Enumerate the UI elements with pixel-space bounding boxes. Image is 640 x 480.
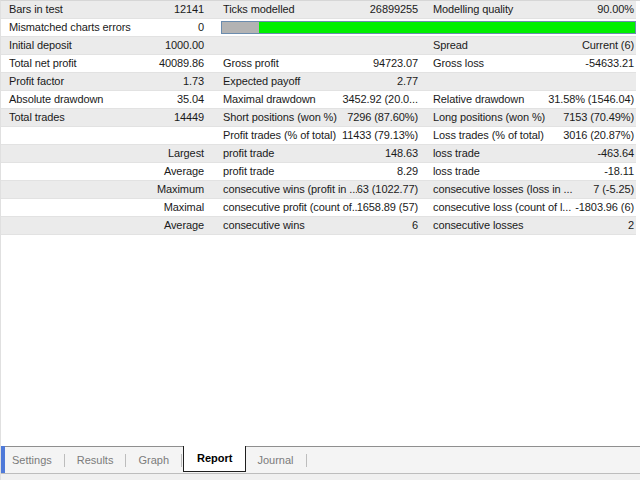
stat-label: Long positions (won %) bbox=[420, 109, 563, 126]
stat-cell-group: consecutive losses (loss in ...7 (-5.25) bbox=[420, 181, 636, 198]
stat-value: 40089.86 bbox=[159, 55, 208, 72]
stat-label: Gross loss bbox=[420, 55, 585, 72]
stat-value: 14449 bbox=[174, 109, 208, 126]
stat-value bbox=[634, 73, 636, 90]
stat-cell-group: Profit factor1.73 bbox=[1, 73, 208, 90]
status-strip bbox=[1, 473, 640, 480]
stat-label bbox=[1, 217, 164, 234]
stat-label bbox=[1, 145, 168, 162]
stat-cell-group: Maximum bbox=[1, 181, 208, 198]
stat-value: 2.77 bbox=[397, 73, 420, 90]
table-row: Maximumconsecutive wins (profit in ...63… bbox=[1, 181, 636, 199]
tab-separator bbox=[125, 454, 126, 467]
stat-cell-group: Expected payoff2.77 bbox=[208, 73, 420, 90]
stat-label: Loss trades (% of total) bbox=[420, 127, 563, 144]
stat-value: 7296 (87.60%) bbox=[347, 109, 420, 126]
stat-cell-group: consecutive loss (count of l...-1803.96 … bbox=[420, 199, 636, 216]
stat-label: Modelling quality bbox=[420, 1, 597, 18]
stat-label: consecutive wins bbox=[208, 217, 412, 234]
stat-cell-group: Ticks modelled26899255 bbox=[208, 1, 420, 18]
stat-value: Current (6) bbox=[582, 37, 636, 54]
stat-cell-group: loss trade-463.64 bbox=[420, 145, 636, 162]
bottom-tab-bar: Settings Results Graph Report Journal bbox=[1, 446, 640, 473]
stat-cell-group bbox=[420, 73, 636, 90]
stat-cell-group: Gross profit94723.07 bbox=[208, 55, 420, 72]
stat-label: consecutive losses (loss in ... bbox=[420, 181, 593, 198]
stat-label: Initial deposit bbox=[1, 37, 165, 54]
stat-label bbox=[1, 181, 157, 198]
stat-cell-group: Loss trades (% of total)3016 (20.87%) bbox=[420, 127, 636, 144]
stat-label bbox=[208, 37, 418, 54]
stat-value: -18.11 bbox=[604, 163, 636, 180]
stat-cell-group bbox=[208, 37, 420, 54]
stat-cell-group: Short positions (won %)7296 (87.60%) bbox=[208, 109, 420, 126]
stat-label: Mismatched charts errors bbox=[1, 19, 198, 36]
stat-label: profit trade bbox=[208, 163, 397, 180]
table-row: Total net profit40089.86Gross profit9472… bbox=[1, 55, 636, 73]
stat-cell-group: Maximal bbox=[1, 199, 208, 216]
stat-value: Average bbox=[164, 163, 208, 180]
stat-label: Profit factor bbox=[1, 73, 183, 90]
stat-value: 94723.07 bbox=[373, 55, 420, 72]
table-row: Bars in test12141Ticks modelled26899255M… bbox=[1, 1, 636, 19]
tab-results[interactable]: Results bbox=[66, 447, 125, 473]
stat-label: Total net profit bbox=[1, 55, 159, 72]
tab-graph[interactable]: Graph bbox=[127, 447, 180, 473]
table-row: Maximalconsecutive profit (count of...16… bbox=[1, 199, 636, 217]
backtest-report-panel: Bars in test12141Ticks modelled26899255M… bbox=[0, 0, 640, 480]
stat-label: loss trade bbox=[420, 163, 604, 180]
stat-cell-group: Maximal drawdown3452.92 (20.0... bbox=[208, 91, 420, 108]
stat-label bbox=[1, 127, 204, 144]
stat-value: 63 (1022.77) bbox=[357, 181, 420, 198]
table-row: Averageprofit trade8.29loss trade-18.11 bbox=[1, 163, 636, 181]
stat-label: Short positions (won %) bbox=[208, 109, 347, 126]
tab-journal[interactable]: Journal bbox=[246, 447, 304, 473]
stat-value: -54633.21 bbox=[585, 55, 636, 72]
stat-value: Maximum bbox=[157, 181, 208, 198]
tab-settings[interactable]: Settings bbox=[1, 447, 63, 473]
stat-cell-group: Bars in test12141 bbox=[1, 1, 208, 18]
stat-label: Profit trades (% of total) bbox=[208, 127, 342, 144]
left-edge-accent bbox=[1, 446, 5, 473]
stat-cell-group: Largest bbox=[1, 145, 208, 162]
stat-label: loss trade bbox=[420, 145, 597, 162]
stat-cell-group: Modelling quality90.00% bbox=[420, 1, 636, 18]
stat-value: 26899255 bbox=[370, 1, 420, 18]
table-row: Largestprofit trade148.63loss trade-463.… bbox=[1, 145, 636, 163]
modelling-quality-bar bbox=[221, 21, 636, 34]
stat-value: 7153 (70.49%) bbox=[563, 109, 636, 126]
table-row: Profit trades (% of total)11433 (79.13%)… bbox=[1, 127, 636, 145]
stat-label: consecutive losses bbox=[420, 217, 628, 234]
tab-report[interactable]: Report bbox=[183, 446, 246, 472]
stat-value: 6 bbox=[412, 217, 420, 234]
stat-value: 1658.89 (57) bbox=[357, 199, 420, 216]
stat-cell-group: Mismatched charts errors0 bbox=[1, 19, 208, 36]
stat-label: consecutive profit (count of... bbox=[208, 199, 357, 216]
stat-cell-group: consecutive wins6 bbox=[208, 217, 420, 234]
stat-cell-group: consecutive profit (count of...1658.89 (… bbox=[208, 199, 420, 216]
stat-label bbox=[420, 73, 634, 90]
table-row: Initial deposit1000.00SpreadCurrent (6) bbox=[1, 37, 636, 55]
stat-label bbox=[1, 163, 164, 180]
report-table: Bars in test12141Ticks modelled26899255M… bbox=[1, 1, 636, 235]
stat-label: profit trade bbox=[208, 145, 385, 162]
stat-label: Absolute drawdown bbox=[1, 91, 177, 108]
stat-label: Maximal drawdown bbox=[208, 91, 343, 108]
bar-filled-segment bbox=[259, 22, 635, 33]
stat-cell-group: Total net profit40089.86 bbox=[1, 55, 208, 72]
stat-label: Total trades bbox=[1, 109, 174, 126]
stat-cell-group: Long positions (won %)7153 (70.49%) bbox=[420, 109, 636, 126]
stat-label: Expected payoff bbox=[208, 73, 397, 90]
stat-label: Gross profit bbox=[208, 55, 373, 72]
tab-separator bbox=[181, 454, 182, 467]
stat-label: Spread bbox=[420, 37, 582, 54]
stat-cell-group: Gross loss-54633.21 bbox=[420, 55, 636, 72]
stat-cell-group: Total trades14449 bbox=[1, 109, 208, 126]
stat-value: 2 bbox=[628, 217, 636, 234]
table-row: Absolute drawdown35.04Maximal drawdown34… bbox=[1, 91, 636, 109]
stat-value: 7 (-5.25) bbox=[593, 181, 636, 198]
stat-value: 12141 bbox=[174, 1, 208, 18]
stat-value: 1.73 bbox=[183, 73, 208, 90]
stat-cell-group: Average bbox=[1, 163, 208, 180]
stat-cell-group: Average bbox=[1, 217, 208, 234]
